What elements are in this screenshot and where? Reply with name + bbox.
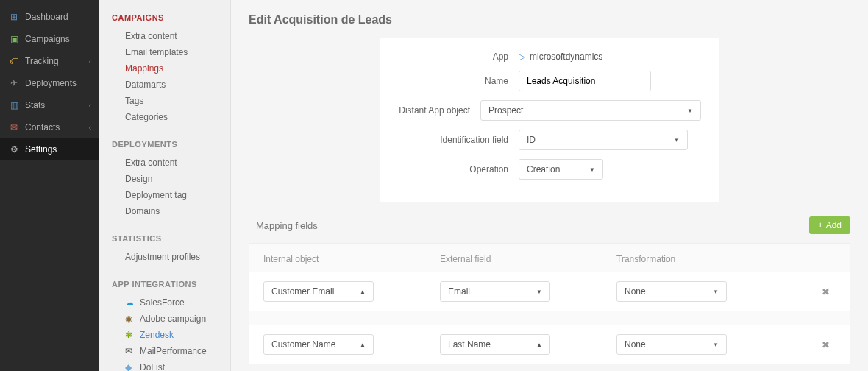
sidebar-item-domains[interactable]: Domains [112, 203, 230, 219]
caret-up-icon: ▲ [360, 289, 366, 295]
close-icon: ✖ [822, 286, 830, 297]
caret-down-icon: ▼ [674, 137, 680, 144]
remove-row-button[interactable]: ✖ [816, 283, 836, 300]
caret-up-icon: ▲ [536, 342, 542, 348]
sidebar-item-extra-content-d[interactable]: Extra content [112, 155, 230, 171]
ident-select[interactable]: ID ▼ [519, 130, 688, 150]
transformation-select[interactable]: None ▼ [616, 281, 727, 302]
contacts-icon: ✉ [9, 122, 19, 132]
nav-contacts[interactable]: ✉ Contacts ‹ [0, 116, 99, 138]
sidebar-item-adobe[interactable]: ◉Adobe campaign [112, 311, 230, 327]
mailperformance-icon: ✉ [125, 346, 135, 356]
sidebar-item-extra-content[interactable]: Extra content [112, 28, 230, 44]
nav-stats[interactable]: ▥ Stats ‹ [0, 94, 99, 116]
caret-down-icon: ▼ [687, 107, 693, 114]
sidebar-item-salesforce[interactable]: ☁SalesForce [112, 294, 230, 311]
table-row: Customer Name ▲ Last Name ▲ None ▼ [249, 325, 850, 364]
nav-label: Tracking [25, 56, 59, 66]
col-external: External field [440, 254, 616, 264]
nav-label: Settings [25, 144, 57, 155]
internal-select[interactable]: Customer Email ▲ [263, 281, 374, 302]
distant-label: Distant App object [398, 105, 470, 116]
caret-down-icon: ▼ [536, 289, 542, 295]
stats-icon: ▥ [9, 100, 19, 110]
salesforce-icon: ☁ [125, 297, 135, 308]
nav-deployments[interactable]: ✈ Deployments [0, 72, 99, 94]
caret-up-icon: ▲ [360, 342, 366, 348]
tracking-icon: 🏷 [9, 56, 19, 66]
sidebar-heading-statistics: STATISTICS [112, 234, 230, 243]
form-card: App ▷ microsoftdynamics Name Distant App… [380, 38, 719, 202]
caret-down-icon: ▼ [713, 342, 719, 348]
microsoftdynamics-icon: ▷ [519, 52, 525, 62]
sidebar-item-deployment-tag[interactable]: Deployment tag [112, 187, 230, 203]
sidebar-item-tags[interactable]: Tags [112, 93, 230, 109]
app-value: microsoftdynamics [530, 52, 602, 62]
chevron-left-icon: ‹ [89, 124, 91, 132]
external-select[interactable]: Last Name ▲ [440, 334, 550, 355]
distant-select[interactable]: Prospect ▼ [480, 100, 701, 121]
adobe-icon: ◉ [125, 314, 135, 324]
col-transformation: Transformation [616, 254, 793, 264]
add-button[interactable]: + Add [809, 216, 850, 234]
op-select[interactable]: Creation ▼ [519, 159, 603, 180]
sidebar-item-zendesk[interactable]: ❃Zendesk [112, 327, 230, 343]
internal-select[interactable]: Customer Name ▲ [263, 334, 374, 355]
external-select[interactable]: Email ▼ [440, 281, 550, 302]
nav-dashboard[interactable]: ⊞ Dashboard [0, 6, 99, 28]
sidebar-item-adjustment-profiles[interactable]: Adjustment profiles [112, 249, 230, 265]
nav-label: Campaigns [25, 34, 70, 44]
settings-sidebar: CAMPAIGNS Extra content Email templates … [99, 0, 231, 371]
gear-icon: ⚙ [9, 144, 19, 155]
nav-campaigns[interactable]: ▣ Campaigns [0, 28, 99, 50]
nav-label: Deployments [25, 78, 77, 88]
nav-tracking[interactable]: 🏷 Tracking ‹ [0, 50, 99, 72]
transformation-select[interactable]: None ▼ [616, 334, 727, 355]
sidebar-item-design[interactable]: Design [112, 171, 230, 187]
sidebar-item-datamarts[interactable]: Datamarts [112, 77, 230, 93]
sidebar-heading-app-integrations: APP INTEGRATIONS [112, 280, 230, 289]
sidebar-item-mailperformance[interactable]: ✉MailPerformance [112, 343, 230, 359]
plus-icon: + [818, 220, 823, 230]
zendesk-icon: ❃ [125, 330, 135, 340]
name-label: Name [398, 76, 508, 86]
chevron-left-icon: ‹ [89, 102, 91, 110]
sidebar-heading-deployments: DEPLOYMENTS [112, 140, 230, 149]
chevron-left-icon: ‹ [89, 57, 91, 66]
dolist-icon: ◆ [125, 362, 135, 371]
caret-down-icon: ▼ [713, 289, 719, 295]
col-internal: Internal object [263, 254, 440, 264]
main-content: Edit Acquisition de Leads App ▷ microsof… [231, 0, 868, 371]
main-nav: ⊞ Dashboard ▣ Campaigns 🏷 Tracking ‹ ✈ D… [0, 0, 99, 371]
close-icon: ✖ [822, 339, 830, 350]
mapping-table: Internal object External field Transform… [249, 243, 850, 364]
sidebar-heading-campaigns: CAMPAIGNS [112, 13, 230, 22]
op-label: Operation [398, 164, 508, 174]
app-label: App [398, 52, 508, 62]
sidebar-item-dolist[interactable]: ◆DoList [112, 359, 230, 371]
nav-label: Contacts [25, 122, 60, 132]
mapping-section-title: Mapping fields [249, 220, 318, 231]
name-input[interactable] [519, 71, 651, 91]
dashboard-icon: ⊞ [9, 12, 19, 22]
sidebar-item-mappings[interactable]: Mappings [112, 60, 230, 77]
nav-label: Dashboard [25, 12, 68, 22]
caret-down-icon: ▼ [589, 166, 595, 173]
sidebar-item-email-templates[interactable]: Email templates [112, 44, 230, 60]
page-title: Edit Acquisition de Leads [249, 13, 850, 26]
sidebar-item-categories[interactable]: Categories [112, 109, 230, 125]
ident-label: Identification field [398, 135, 508, 145]
nav-settings[interactable]: ⚙ Settings [0, 138, 99, 160]
table-row: Customer Email ▲ Email ▼ None ▼ [249, 272, 850, 311]
deployments-icon: ✈ [9, 78, 19, 88]
campaigns-icon: ▣ [9, 34, 19, 44]
nav-label: Stats [25, 100, 45, 110]
remove-row-button[interactable]: ✖ [816, 336, 836, 353]
